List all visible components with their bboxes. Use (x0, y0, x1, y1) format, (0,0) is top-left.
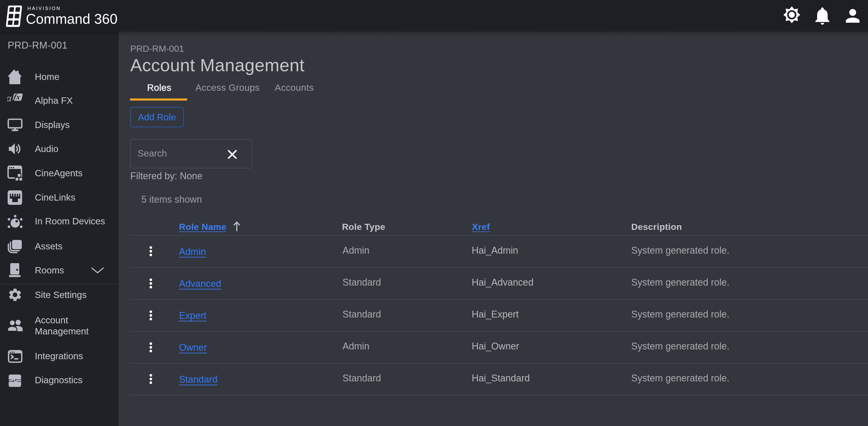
svg-text:α: α (7, 93, 12, 104)
